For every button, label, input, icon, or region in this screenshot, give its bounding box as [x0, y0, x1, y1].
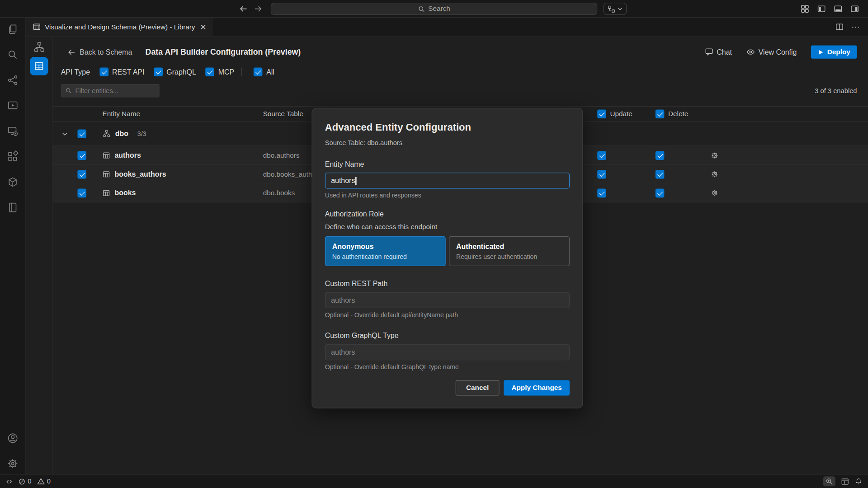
dialog-title: Advanced Entity Configuration [325, 122, 570, 133]
tab-title: Visualize and Design Schema (Preview) - … [45, 23, 196, 31]
command-center-search[interactable]: Search [271, 3, 597, 15]
delete-checkbox[interactable] [656, 169, 665, 178]
remote-indicator[interactable] [5, 478, 13, 485]
row-checkbox[interactable] [77, 169, 86, 178]
search-sidebar-icon[interactable] [7, 49, 19, 61]
account-icon[interactable] [7, 432, 19, 444]
notifications-bell-icon[interactable] [855, 478, 863, 485]
deploy-button[interactable]: Deploy [811, 45, 857, 58]
entity-name-input[interactable]: authors [325, 173, 570, 189]
view-config-label: View Config [759, 48, 797, 56]
settings-gear-icon[interactable] [7, 458, 19, 470]
role-title: Anonymous [332, 242, 439, 250]
split-editor-icon[interactable] [835, 23, 844, 31]
authorization-role-description: Define who can access this endpoint [325, 223, 570, 230]
back-to-schema-link[interactable]: Back to Schema [67, 48, 132, 56]
all-label: All [266, 68, 274, 76]
toggle-panel-icon[interactable] [834, 5, 843, 14]
custom-rest-path-input[interactable] [331, 296, 563, 304]
role-option-anonymous[interactable]: Anonymous No authentication required [325, 236, 446, 266]
designer-tool-strip [26, 37, 53, 474]
update-checkbox[interactable] [597, 188, 606, 197]
source-table-header: Source Table [263, 110, 303, 118]
all-checkbox[interactable] [254, 67, 263, 76]
connections-icon[interactable] [7, 74, 19, 86]
vscode-window: Search [0, 0, 868, 488]
chevron-down-icon [617, 6, 623, 11]
extensions-icon[interactable] [7, 150, 19, 163]
filter-all[interactable]: All [254, 67, 274, 76]
activity-bar [0, 18, 26, 474]
history-forward-icon[interactable] [254, 5, 263, 14]
update-checkbox[interactable] [597, 151, 606, 160]
dialog-source-table: Source Table: dbo.authors [325, 139, 570, 146]
error-count: 0 [28, 478, 31, 485]
tab-close-icon[interactable]: ✕ [200, 23, 206, 32]
disconnected-server-icon[interactable] [7, 125, 19, 137]
filter-entities-field[interactable] [61, 84, 160, 97]
delete-checkbox[interactable] [656, 188, 665, 197]
custom-graphql-type-input[interactable] [331, 348, 563, 356]
eye-icon [746, 47, 755, 56]
view-config-button[interactable]: View Config [746, 47, 797, 56]
chevron-down-icon[interactable] [61, 130, 69, 137]
zoom-in-icon[interactable] [823, 476, 835, 486]
table-icon [103, 170, 110, 178]
editor-more-actions-icon[interactable]: ⋯ [851, 22, 860, 32]
notebook-icon[interactable] [7, 202, 19, 214]
custom-graphql-type-hint: Optional - Override default GraphQL type… [325, 363, 570, 370]
explorer-icon[interactable] [7, 23, 19, 35]
update-all-checkbox[interactable] [597, 109, 606, 118]
delete-all-checkbox[interactable] [656, 109, 665, 118]
run-query-icon[interactable] [7, 99, 19, 112]
dbo-group-checkbox[interactable] [77, 129, 86, 138]
entity-name-hint: Used in API routes and responses [325, 192, 570, 199]
filter-entities-input[interactable] [75, 87, 155, 94]
toggle-secondary-sidebar-icon[interactable] [850, 5, 859, 14]
schema-diagram-icon[interactable] [33, 41, 45, 53]
chat-label: Chat [717, 48, 732, 56]
search-icon [65, 87, 72, 94]
rest-api-label: REST API [112, 68, 144, 76]
mcp-checkbox[interactable] [206, 67, 215, 76]
entity-name: authors [114, 151, 141, 159]
filter-graphql[interactable]: GraphQL [154, 67, 196, 76]
entity-settings-gear-icon[interactable] [711, 151, 718, 159]
table-icon [103, 189, 110, 197]
tab-schema-designer[interactable]: Visualize and Design Schema (Preview) - … [26, 18, 213, 36]
history-back-icon[interactable] [239, 5, 248, 14]
custom-rest-path-label: Custom REST Path [325, 279, 570, 287]
toggle-primary-sidebar-icon[interactable] [817, 5, 826, 14]
play-icon [818, 49, 824, 55]
advanced-entity-configuration-dialog: Advanced Entity Configuration Source Tab… [311, 108, 583, 408]
delete-checkbox[interactable] [656, 151, 665, 160]
database-project-icon[interactable] [7, 176, 19, 188]
graphql-checkbox[interactable] [154, 67, 163, 76]
cancel-button[interactable]: Cancel [456, 380, 500, 395]
problems-errors[interactable]: 0 [18, 478, 31, 485]
update-checkbox[interactable] [597, 169, 606, 178]
problems-warnings[interactable]: 0 [37, 478, 51, 485]
filter-rest-api[interactable]: REST API [99, 67, 145, 76]
entity-name: books [114, 189, 136, 197]
table-designer-icon [34, 61, 44, 71]
search-icon [418, 5, 425, 13]
designer-view-icon[interactable] [841, 477, 849, 485]
data-api-builder-tool[interactable] [30, 57, 48, 75]
warning-icon [37, 478, 45, 485]
chat-button[interactable]: Chat [704, 47, 732, 56]
api-type-label: API Type [61, 68, 90, 76]
custom-rest-path-hint: Optional - Override default api/entityNa… [325, 311, 570, 318]
entity-settings-gear-icon[interactable] [711, 170, 718, 178]
apply-changes-button[interactable]: Apply Changes [504, 380, 570, 395]
entity-settings-gear-icon[interactable] [711, 189, 718, 197]
filter-mcp[interactable]: MCP [206, 67, 235, 76]
customize-layout-icon[interactable] [801, 5, 810, 14]
rest-api-checkbox[interactable] [99, 67, 108, 76]
role-option-authenticated[interactable]: Authenticated Requires user authenticati… [449, 236, 570, 266]
layout-flow-control[interactable] [604, 3, 627, 15]
entity-name: books_authors [114, 170, 166, 178]
row-checkbox[interactable] [77, 188, 86, 197]
mcp-label: MCP [218, 68, 234, 76]
row-checkbox[interactable] [77, 151, 86, 160]
